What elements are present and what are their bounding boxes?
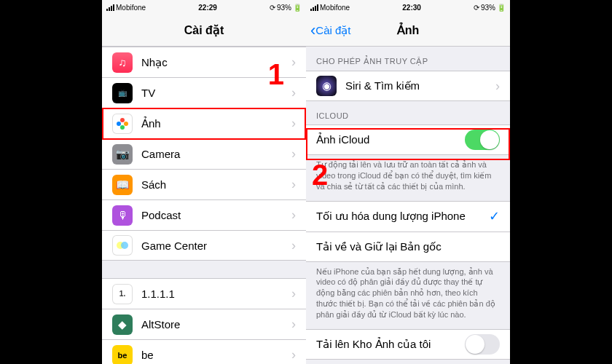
settings-group-apple: ♫ Nhạc › 📺 TV › Ảnh (102, 47, 306, 261)
row-icloud-photos[interactable]: Ảnh iCloud (306, 124, 510, 155)
chevron-right-icon: › (291, 286, 296, 301)
upload-stream-toggle[interactable] (465, 334, 500, 355)
row-optimize[interactable]: Tối ưu hóa dung lượng iPhone ✓ (306, 201, 510, 232)
row-1111[interactable]: 1. 1.1.1.1 › (102, 278, 306, 309)
row-podcast[interactable]: 🎙 Podcast › (102, 199, 306, 230)
storage-desc: Nếu iPhone của bạn sắp hết dung lượng, ả… (306, 262, 510, 329)
status-time: 22:29 (146, 4, 270, 12)
svg-point-5 (121, 242, 128, 249)
row-music[interactable]: ♫ Nhạc › (102, 47, 306, 77)
row-siri[interactable]: ◉ Siri & Tìm kiếm › (306, 71, 510, 101)
checkmark-icon: ✓ (489, 208, 500, 224)
be-icon: be (112, 345, 133, 365)
chevron-right-icon: › (291, 85, 296, 100)
chevron-right-icon: › (291, 116, 296, 131)
gamecenter-icon (112, 235, 133, 256)
books-icon: 📖 (112, 175, 133, 195)
status-time: 22:30 (350, 4, 474, 12)
row-be[interactable]: be be › (102, 339, 306, 364)
podcast-icon: 🎙 (112, 205, 133, 226)
chevron-right-icon: › (291, 238, 296, 253)
nav-bar: Cài đặt (102, 15, 306, 47)
row-download-originals[interactable]: Tải về và Giữ lại Bản gốc (306, 232, 510, 262)
back-button[interactable]: ‹ Cài đặt (310, 21, 351, 40)
icloud-photos-toggle[interactable] (465, 130, 500, 150)
page-title: Cài đặt (102, 23, 306, 37)
altstore-icon: ◆ (112, 314, 133, 335)
svg-point-2 (120, 125, 125, 130)
svg-point-1 (124, 122, 128, 126)
status-bar: Mobifone 22:30 ⟳ 93% 🔋 (306, 0, 510, 15)
chevron-right-icon: › (291, 347, 296, 363)
upload-desc: Tải lên các ảnh mới trong 30 ngày của bạ… (306, 360, 510, 364)
chevron-right-icon: › (495, 79, 500, 94)
nav-bar: ‹ Cài đặt Ảnh (306, 15, 510, 47)
music-icon: ♫ (112, 52, 133, 73)
chevron-right-icon: › (291, 55, 296, 70)
battery-label: 93% (277, 4, 291, 12)
chevron-left-icon: ‹ (310, 21, 315, 40)
chevron-right-icon: › (291, 146, 296, 162)
section-access-header: CHO PHÉP ẢNH TRUY CẬP (306, 47, 510, 71)
row-tv[interactable]: 📺 TV › (102, 77, 306, 108)
row-altstore[interactable]: ◆ AltStore › (102, 309, 306, 339)
icloud-desc: Tự động tải lên và lưu trữ an toàn tất c… (306, 155, 510, 201)
row-upload-stream[interactable]: Tải lên Kho Ảnh của tôi (306, 329, 510, 360)
tv-icon: 📺 (112, 83, 133, 103)
settings-group-thirdparty: 1. 1.1.1.1 › ◆ AltStore › be be › 文 Dịch (102, 278, 306, 364)
svg-point-3 (117, 122, 121, 126)
phone-left: Mobifone 22:29 ⟳ 93% 🔋 Cài đặt ♫ Nhạc › … (102, 0, 306, 364)
carrier-label: Mobifone (320, 4, 350, 12)
row-gamecenter[interactable]: Game Center › (102, 230, 306, 261)
status-bar: Mobifone 22:29 ⟳ 93% 🔋 (102, 0, 306, 15)
chevron-right-icon: › (291, 207, 296, 223)
battery-label: 93% (481, 4, 495, 12)
cloudflare-icon: 1. (112, 284, 133, 304)
phone-right: Mobifone 22:30 ⟳ 93% 🔋 ‹ Cài đặt Ảnh CHO… (306, 0, 510, 364)
section-icloud-header: ICLOUD (306, 101, 510, 124)
siri-icon: ◉ (316, 76, 337, 96)
photos-icon (112, 114, 133, 134)
camera-icon: 📷 (112, 144, 133, 165)
row-books[interactable]: 📖 Sách › (102, 169, 306, 199)
carrier-label: Mobifone (116, 4, 146, 12)
row-camera[interactable]: 📷 Camera › (102, 138, 306, 169)
row-photos[interactable]: Ảnh › (102, 108, 306, 138)
chevron-right-icon: › (291, 317, 296, 332)
chevron-right-icon: › (291, 177, 296, 192)
svg-point-0 (120, 118, 125, 122)
